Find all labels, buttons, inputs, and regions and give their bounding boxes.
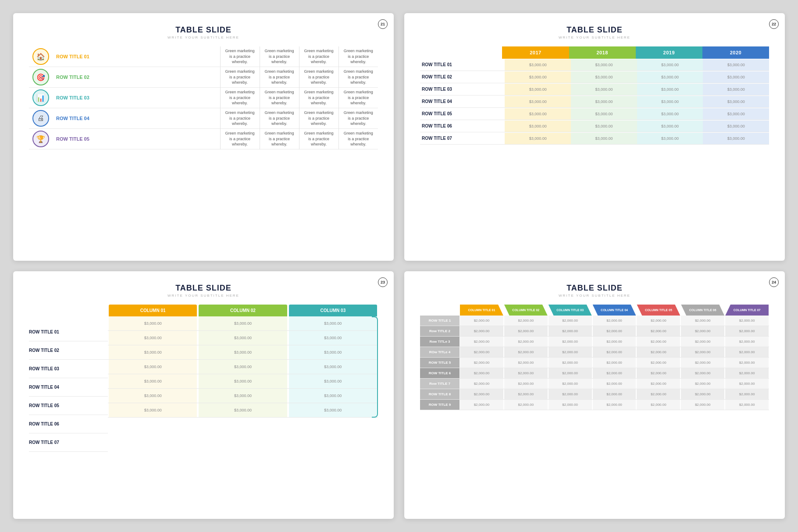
data-cell: $3,000.00 bbox=[505, 71, 571, 83]
slide-4: 24 TABLE SLIDE WRITE YOUR SUBTITLE HERE … bbox=[404, 271, 785, 519]
row-title: ROW TITLE 05 bbox=[56, 136, 89, 142]
data-cell: $3,000.00 bbox=[199, 345, 287, 359]
data-cell: $3,000.00 bbox=[505, 96, 571, 107]
data-cell: $3,000.00 bbox=[637, 59, 703, 71]
row-desc-3: Green marketing is a practice whereby. bbox=[299, 67, 338, 88]
slide-2-title: TABLE SLIDE bbox=[566, 25, 623, 35]
data-cell: $3,000.00 bbox=[703, 71, 769, 83]
data-cell: $3,000.00 bbox=[703, 121, 769, 132]
row-title: Row TITLe 3 bbox=[420, 337, 460, 347]
data-cell: $2,000.00 bbox=[460, 389, 503, 399]
row-desc-4: Green marketing is a practice whereby. bbox=[338, 129, 378, 149]
row-title-cell: ROW TITLE 02 bbox=[53, 67, 220, 88]
slide-4-table: COLUMN TITLE 01COLUMN TITLE 02COLUMN TIT… bbox=[420, 305, 769, 410]
table-row: ROW TITLE 03$3,000.00$3,000.00$3,000.00$… bbox=[420, 83, 769, 96]
data-cell: $2,000.00 bbox=[504, 368, 548, 378]
data-cell: $2,000.00 bbox=[593, 358, 636, 368]
row-title: ROW TITLE 03 bbox=[420, 83, 505, 95]
data-cell: $3,000.00 bbox=[109, 360, 197, 374]
data-cell: $2,000.00 bbox=[637, 326, 680, 336]
table-row: ROW TITLE 1$2,000.00$2,000.00$2,000.00$2… bbox=[420, 316, 769, 326]
row-title: ROW TITLE 6 bbox=[420, 368, 460, 378]
column-header: COLUMN 02 bbox=[199, 305, 287, 316]
data-cell: $2,000.00 bbox=[681, 316, 724, 326]
data-cell: $2,000.00 bbox=[593, 316, 636, 326]
slide-2-header: 2017201820192020 bbox=[420, 46, 769, 59]
data-cell: $2,000.00 bbox=[681, 368, 724, 378]
data-cell: $2,000.00 bbox=[504, 358, 548, 368]
data-cell: $3,000.00 bbox=[637, 96, 703, 107]
row-title: ROW TITLE 03 bbox=[29, 360, 108, 378]
data-cell: $2,000.00 bbox=[460, 337, 503, 347]
column-header: COLUMN 01 bbox=[109, 305, 197, 316]
data-cell: $3,000.00 bbox=[289, 331, 377, 345]
row-title: ROW TITLE 04 bbox=[56, 116, 89, 121]
table-row: ROW TITLE 5$2,000.00$2,000.00$2,000.00$2… bbox=[420, 358, 769, 368]
slide-number-3: 23 bbox=[378, 277, 388, 287]
data-cell: $2,000.00 bbox=[549, 368, 592, 378]
data-cell: $3,000.00 bbox=[109, 374, 197, 388]
row-title: ROW TITLE 06 bbox=[29, 415, 108, 433]
row-title: ROW TITLE 07 bbox=[29, 433, 108, 452]
data-cell: $3,000.00 bbox=[637, 71, 703, 83]
column-header: COLUMN TITLE 04 bbox=[593, 305, 636, 316]
icon-cell: 📊 bbox=[29, 88, 53, 108]
data-cell: $3,000.00 bbox=[109, 403, 197, 417]
data-cell: $2,000.00 bbox=[593, 400, 636, 410]
data-cell: $2,000.00 bbox=[549, 389, 592, 399]
data-cell: $2,000.00 bbox=[637, 379, 680, 389]
data-cell: $3,000.00 bbox=[571, 84, 637, 95]
row-title: ROW TITLE 04 bbox=[29, 378, 108, 397]
data-cell: $2,000.00 bbox=[681, 389, 724, 399]
slide-number-4: 24 bbox=[769, 277, 779, 287]
data-cell: $2,000.00 bbox=[549, 316, 592, 326]
data-cell: $2,000.00 bbox=[725, 326, 769, 336]
data-cell: $2,000.00 bbox=[593, 389, 636, 399]
data-cell: $3,000.00 bbox=[505, 108, 571, 120]
table-row: $3,000.00$3,000.00$3,000.00 bbox=[108, 403, 378, 418]
column-header: COLUMN TITLE 03 bbox=[549, 305, 592, 316]
data-cell: $3,000.00 bbox=[637, 84, 703, 95]
data-cell: $2,000.00 bbox=[681, 400, 724, 410]
row-desc-4: Green marketing is a practice whereby. bbox=[338, 67, 378, 88]
data-cell: $3,000.00 bbox=[571, 121, 637, 132]
row-title: ROW TITLE 01 bbox=[29, 323, 108, 341]
data-cell: $3,000.00 bbox=[505, 84, 571, 95]
row-title: ROW TITLE 04 bbox=[420, 96, 505, 107]
data-cell: $3,000.00 bbox=[571, 71, 637, 83]
table-row: Row TITLe 3$2,000.00$2,000.00$2,000.00$2… bbox=[420, 337, 769, 347]
table-row: ROW TITLE 04$3,000.00$3,000.00$3,000.00$… bbox=[420, 96, 769, 108]
data-cell: $3,000.00 bbox=[289, 345, 377, 359]
data-cell: $2,000.00 bbox=[681, 358, 724, 368]
row-desc-2: Green marketing is a practice whereby. bbox=[260, 67, 299, 88]
table-row: 🖨 ROW TITLE 04 Green marketing is a prac… bbox=[29, 108, 378, 129]
row-title-cell: ROW TITLE 05 bbox=[53, 129, 220, 149]
data-cell: $3,000.00 bbox=[199, 374, 287, 388]
slide-1: 21 TABLE SLIDE WRITE YOUR SUBTITLE HERE … bbox=[13, 13, 394, 261]
data-cell: $3,000.00 bbox=[571, 59, 637, 71]
table-row: ROW TITLE 05$3,000.00$3,000.00$3,000.00$… bbox=[420, 108, 769, 120]
data-cell: $3,000.00 bbox=[703, 96, 769, 107]
slide-3: 23 TABLE SLIDE WRITE YOUR SUBTITLE HERE … bbox=[13, 271, 394, 519]
data-cell: $2,000.00 bbox=[504, 347, 548, 357]
data-cell: $3,000.00 bbox=[703, 108, 769, 120]
data-cell: $3,000.00 bbox=[571, 133, 637, 144]
row-title: ROW TITLE 02 bbox=[56, 74, 89, 80]
row-title: ROW TITLE 03 bbox=[56, 95, 89, 100]
data-cell: $2,000.00 bbox=[460, 326, 503, 336]
data-cell: $2,000.00 bbox=[725, 389, 769, 399]
row-title: ROW TITLE 01 bbox=[420, 59, 505, 71]
data-cell: $2,000.00 bbox=[681, 337, 724, 347]
data-cell: $2,000.00 bbox=[725, 400, 769, 410]
data-cell: $3,000.00 bbox=[703, 59, 769, 71]
table-row: ROW TITLE 01$3,000.00$3,000.00$3,000.00$… bbox=[420, 59, 769, 71]
data-cell: $3,000.00 bbox=[199, 331, 287, 345]
data-cell: $2,000.00 bbox=[549, 379, 592, 389]
table-row: ROw TITLe 4$2,000.00$2,000.00$2,000.00$2… bbox=[420, 347, 769, 358]
row-desc-1: Green marketing is a practice whereby. bbox=[220, 46, 260, 67]
table-row: Row TITLE 7$2,000.00$2,000.00$2,000.00$2… bbox=[420, 379, 769, 389]
data-cell: $2,000.00 bbox=[504, 337, 548, 347]
data-cell: $2,000.00 bbox=[725, 316, 769, 326]
icon-cell: 🎯 bbox=[29, 67, 53, 88]
data-cell: $2,000.00 bbox=[549, 400, 592, 410]
